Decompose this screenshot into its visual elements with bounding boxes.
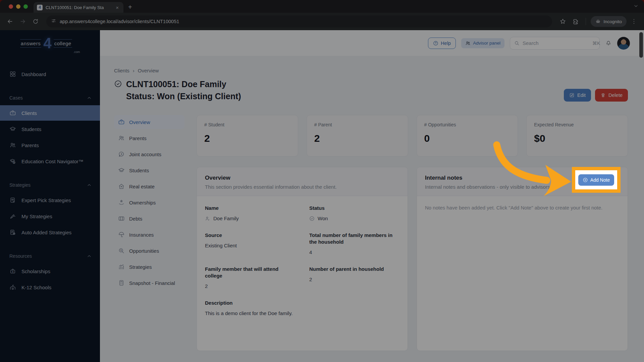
stat-label: Expected Revenue <box>534 122 620 127</box>
bookmark-star-icon[interactable] <box>557 16 568 27</box>
favicon: 4 <box>37 5 43 10</box>
sidebar-section-resources[interactable]: Resources <box>0 253 100 259</box>
tab-opportunities[interactable]: $ Opportunities <box>114 244 184 258</box>
sidebar-item-my-strategies[interactable]: My Strategies <box>0 208 100 224</box>
clipboard-check-icon <box>9 197 16 203</box>
svg-text:$: $ <box>120 249 122 252</box>
back-icon[interactable] <box>5 16 15 27</box>
overview-panel: # Student 2 # Parent 2 # Opportunities 0 <box>197 115 628 351</box>
new-tab-button[interactable]: + <box>128 3 132 11</box>
search-shortcut: ⌘K <box>592 41 600 46</box>
notifications-bell-icon[interactable] <box>605 39 612 47</box>
add-note-highlight-box: Add Note <box>572 167 621 193</box>
logo-text-com: .com <box>73 50 80 54</box>
stat-card-expected-revenue: Expected Revenue $0 <box>526 115 628 157</box>
page-title: CLNT100051: Doe Family Status: Won (Exis… <box>126 78 241 102</box>
tab-search-chevron-icon[interactable] <box>633 3 639 10</box>
tab-insurances[interactable]: Insurances <box>114 228 184 242</box>
plus-circle-icon <box>583 177 588 183</box>
notes-empty-state: No notes have been added yet. Click "Add… <box>425 205 620 210</box>
search-input[interactable] <box>523 40 589 46</box>
bag-dollar-icon: $ <box>9 268 16 275</box>
logo-text-answers: answers <box>20 39 41 48</box>
sidebar-item-scholarships[interactable]: $ Scholarships <box>0 263 100 279</box>
stat-label: # Student <box>204 122 290 127</box>
extensions-puzzle-icon[interactable] <box>570 16 581 27</box>
sidebar-item-label: My Strategies <box>21 214 52 219</box>
close-window-button[interactable] <box>9 4 13 9</box>
field-total-family-members: Total number of family members in the ho… <box>309 232 399 255</box>
tab-parents[interactable]: Parents <box>114 131 184 145</box>
page-scrollbar-thumb[interactable] <box>639 32 643 58</box>
user-avatar[interactable] <box>617 37 630 50</box>
browser-menu-kebab-icon[interactable] <box>629 16 639 27</box>
tab-debts[interactable]: Debts <box>114 212 184 226</box>
sidebar-item-auto-added-strategies[interactable]: Auto Added Strategies <box>0 225 100 240</box>
address-bar[interactable]: app.answers4college.local/advisor/client… <box>46 15 552 27</box>
tab-label: Students <box>129 168 149 173</box>
stat-card-parents: # Parent 2 <box>307 115 408 157</box>
field-source: Source Existing Client <box>205 232 295 248</box>
tab-snapshot-financial[interactable]: Snapshot - Financial <box>114 276 184 290</box>
tab-strategies[interactable]: Strategies <box>114 260 184 274</box>
sidebar-item-clients[interactable]: Clients <box>0 105 100 121</box>
dashboard-grid-icon <box>9 71 16 77</box>
help-button[interactable]: Help <box>428 38 456 49</box>
tab-label: Real estate <box>129 184 155 189</box>
reload-icon[interactable] <box>30 16 41 27</box>
section-label: Cases <box>9 95 23 101</box>
breadcrumb-clients[interactable]: Clients <box>114 68 129 73</box>
forward-icon[interactable] <box>17 16 28 27</box>
browser-tab[interactable]: 4 CLNT100051: Doe Family Sta × <box>34 2 123 13</box>
header-actions: Help Advisor panel ⌘K <box>100 30 644 56</box>
stat-cards: # Student 2 # Parent 2 # Opportunities 0 <box>197 115 628 157</box>
stat-label: # Parent <box>314 122 400 127</box>
field-description: Description This is a demo client for th… <box>205 300 295 316</box>
logo-text-college: college <box>54 39 72 48</box>
edit-button[interactable]: Edit <box>564 89 591 102</box>
breadcrumb-overview: Overview <box>138 68 159 73</box>
browser-tab-bar: 4 CLNT100051: Doe Family Sta × + <box>0 0 644 13</box>
sidebar-item-dashboard[interactable]: Dashboard <box>0 66 100 82</box>
site-controls-icon[interactable] <box>51 18 56 25</box>
pen-icon <box>9 213 16 220</box>
graduation-cap-icon <box>118 167 125 174</box>
check-circle-icon <box>114 80 122 102</box>
add-note-label: Add Note <box>590 177 610 183</box>
school-icon <box>9 284 16 291</box>
tab-overview[interactable]: Overview <box>114 115 184 129</box>
sidebar-item-label: Education Cost Navigator™ <box>21 159 84 164</box>
global-search[interactable]: ⌘K <box>510 37 600 50</box>
minimize-window-button[interactable] <box>16 4 20 9</box>
close-tab-icon[interactable]: × <box>114 5 120 10</box>
sidebar-item-students[interactable]: Students <box>0 121 100 137</box>
main-content: Clients › Overview CLNT100051: Doe Famil… <box>100 56 644 362</box>
delete-button[interactable]: Delete <box>595 89 628 102</box>
sidebar-item-k12-schools[interactable]: K-12 Schools <box>0 280 100 295</box>
sidebar-item-label: Expert Pick Strategies <box>21 197 71 203</box>
sidebar-item-parents[interactable]: Parents <box>0 137 100 153</box>
people-icon <box>118 135 125 141</box>
tab-real-estate[interactable]: Real estate <box>114 179 184 193</box>
add-note-button[interactable]: Add Note <box>578 174 614 186</box>
sidebar-item-label: Students <box>21 126 41 132</box>
app-logo[interactable]: answers 4 college .com <box>0 30 100 56</box>
sidebar-item-expert-pick-strategies[interactable]: Expert Pick Strategies <box>0 192 100 208</box>
breadcrumb-separator: › <box>133 68 135 73</box>
advisor-panel-badge[interactable]: Advisor panel <box>461 38 504 48</box>
stat-value: 2 <box>204 133 290 144</box>
zoom-window-button[interactable] <box>23 4 28 9</box>
svg-text:$: $ <box>13 161 15 164</box>
tab-joint-accounts[interactable]: $ Joint accounts <box>114 147 184 161</box>
sidebar-section-cases[interactable]: Cases <box>0 95 100 101</box>
chevron-up-icon <box>87 182 92 188</box>
tab-label: Overview <box>129 119 150 125</box>
stat-value: 2 <box>314 133 400 144</box>
tab-ownerships[interactable]: Ownerships <box>114 195 184 209</box>
advisor-panel-label: Advisor panel <box>473 41 500 46</box>
sidebar-section-strategies[interactable]: Strategies <box>0 182 100 188</box>
page-head: CLNT100051: Doe Family Status: Won (Exis… <box>114 78 628 102</box>
sidebar-item-education-cost-navigator[interactable]: $ Education Cost Navigator™ <box>0 154 100 169</box>
tab-students[interactable]: Students <box>114 163 184 177</box>
tab-title: CLNT100051: Doe Family Sta <box>46 5 111 10</box>
